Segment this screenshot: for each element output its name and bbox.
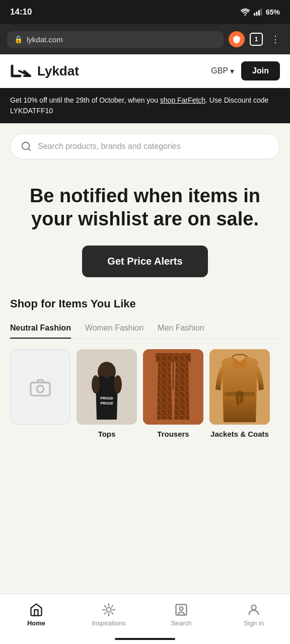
currency-selector[interactable]: GBP ▾	[211, 66, 234, 76]
search-placeholder: Search products, brands and categories	[38, 142, 181, 151]
category-img-tops: PROUD PROUD	[77, 349, 137, 425]
svg-point-11	[114, 375, 122, 393]
nav-label-home: Home	[27, 619, 45, 627]
wifi-icon	[241, 9, 250, 16]
brave-icon	[229, 31, 245, 47]
status-icons: 65%	[241, 8, 280, 16]
nav-label-inspirations: Inspirations	[92, 619, 125, 627]
nav-item-inspirations[interactable]: Inspirations	[72, 603, 145, 627]
svg-line-32	[105, 605, 106, 606]
person-icon	[247, 603, 261, 617]
nav-item-search[interactable]: Search	[145, 603, 218, 627]
menu-dots-icon: ⋮	[271, 34, 280, 45]
category-img-trousers	[143, 349, 203, 425]
svg-rect-1	[256, 12, 257, 16]
search-nav-icon	[174, 603, 188, 617]
svg-text:PROUD: PROUD	[100, 396, 113, 400]
svg-rect-0	[254, 13, 255, 16]
logo-area: Lykdat	[10, 62, 79, 80]
hero-section: Be notified when items in your wishlist …	[0, 170, 290, 287]
tab-women-fashion[interactable]: Women Fashion	[85, 318, 143, 339]
battery-indicator: 65%	[266, 8, 280, 16]
svg-point-10	[92, 375, 100, 393]
category-item-jackets[interactable]: Jackets & Coats	[209, 349, 270, 438]
nav-label-signin: Sign in	[244, 619, 264, 627]
svg-line-34	[105, 612, 106, 613]
category-item-tops[interactable]: PROUD PROUD Tops	[77, 349, 137, 438]
search-icon	[21, 141, 32, 152]
bottom-nav: Home Inspirations Se	[0, 594, 290, 634]
shop-section: Shop for Items You Like Neutral Fashion …	[0, 287, 290, 448]
fashion-tabs: Neutral Fashion Women Fashion Men Fashio…	[10, 318, 280, 339]
category-label-tops: Tops	[98, 430, 116, 438]
svg-line-35	[112, 605, 113, 606]
tab-neutral-fashion[interactable]: Neutral Fashion	[10, 318, 71, 339]
svg-line-5	[28, 148, 30, 150]
header-actions: GBP ▾ Join	[211, 61, 280, 80]
lykdat-logo-icon	[10, 62, 32, 80]
url-text: lykdat.com	[27, 35, 63, 44]
inspirations-icon	[102, 603, 116, 617]
status-bar: 14:10 65%	[0, 0, 290, 24]
trousers-product-image	[143, 349, 203, 425]
home-indicator-bar	[115, 638, 175, 640]
svg-point-38	[251, 605, 256, 609]
tab-men-fashion[interactable]: Men Fashion	[158, 318, 204, 339]
category-item-trousers[interactable]: Trousers	[143, 349, 203, 438]
nav-item-signin[interactable]: Sign in	[218, 603, 290, 627]
promo-text-before: Get 10% off until the 29th of October, w…	[10, 96, 160, 104]
home-icon	[29, 603, 43, 617]
svg-point-37	[180, 607, 183, 610]
browser-bar: 🔒 lykdat.com 1 ⋮	[0, 24, 290, 54]
currency-label: GBP	[211, 66, 228, 75]
category-label-trousers: Trousers	[157, 430, 189, 438]
get-price-alerts-button[interactable]: Get Price Alerts	[82, 246, 207, 277]
svg-point-7	[37, 386, 44, 393]
promo-banner: Get 10% off until the 29th of October, w…	[0, 88, 290, 123]
lock-icon: 🔒	[14, 35, 23, 43]
svg-rect-12	[103, 378, 110, 383]
search-section: Search products, brands and categories	[0, 123, 290, 170]
category-label-jackets: Jackets & Coats	[210, 430, 269, 438]
hero-title: Be notified when items in your wishlist …	[15, 185, 275, 230]
category-img-placeholder	[10, 349, 70, 425]
svg-rect-6	[31, 383, 50, 396]
logo-text: Lykdat	[37, 63, 79, 79]
jackets-product-image	[209, 349, 270, 425]
svg-rect-3	[260, 9, 262, 16]
status-time: 14:10	[10, 7, 32, 17]
category-item-all[interactable]	[10, 349, 70, 438]
tops-product-image: PROUD PROUD	[77, 349, 137, 425]
app-header: Lykdat GBP ▾ Join	[0, 54, 290, 88]
category-grid: PROUD PROUD Tops	[10, 349, 280, 443]
svg-point-27	[106, 607, 111, 612]
category-img-jackets	[209, 349, 270, 425]
app-content: Lykdat GBP ▾ Join Get 10% off until the …	[0, 54, 290, 644]
svg-rect-20	[156, 353, 191, 362]
camera-placeholder-icon	[29, 377, 51, 396]
promo-link[interactable]: shop FarFetch	[160, 96, 205, 104]
svg-rect-2	[258, 10, 260, 16]
url-bar[interactable]: 🔒 lykdat.com	[7, 31, 224, 48]
signal-icon	[254, 9, 262, 16]
spacer	[0, 448, 290, 594]
nav-item-home[interactable]: Home	[0, 603, 72, 627]
browser-menu-button[interactable]: ⋮	[268, 31, 283, 48]
join-button[interactable]: Join	[241, 61, 280, 80]
svg-text:PROUD: PROUD	[100, 401, 113, 405]
bottom-indicator	[0, 634, 290, 644]
tab-count[interactable]: 1	[250, 33, 263, 46]
chevron-down-icon: ▾	[230, 66, 234, 76]
svg-line-33	[112, 612, 113, 613]
nav-label-search: Search	[171, 619, 191, 627]
shop-section-title: Shop for Items You Like	[10, 297, 280, 310]
search-bar[interactable]: Search products, brands and categories	[10, 133, 280, 159]
